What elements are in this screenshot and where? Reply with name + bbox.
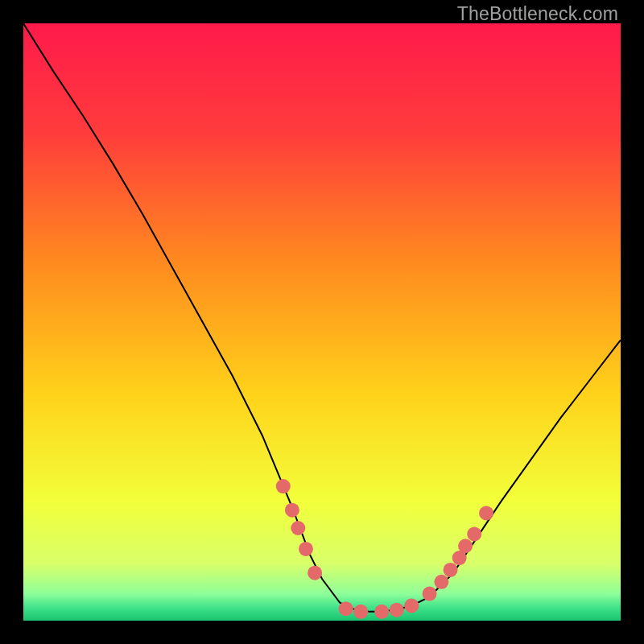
highlight-dot <box>299 542 313 556</box>
highlight-dot <box>291 521 305 535</box>
gradient-background <box>23 23 621 621</box>
highlight-dot <box>353 605 368 619</box>
chart-frame <box>23 23 621 621</box>
highlight-dot <box>308 566 322 580</box>
highlight-dot <box>374 605 389 619</box>
highlight-dot <box>276 479 291 493</box>
highlight-dot <box>434 575 448 589</box>
highlight-dot <box>467 526 481 541</box>
highlight-dot <box>444 563 458 577</box>
watermark-text: TheBottleneck.com <box>457 3 618 25</box>
highlight-dot <box>339 601 353 616</box>
highlight-dot <box>285 503 299 518</box>
highlight-dot <box>390 603 404 617</box>
highlight-dot <box>423 587 437 601</box>
highlight-dot <box>404 598 419 613</box>
bottleneck-chart <box>23 23 621 621</box>
highlight-dot <box>479 506 493 520</box>
highlight-dot <box>458 539 473 553</box>
